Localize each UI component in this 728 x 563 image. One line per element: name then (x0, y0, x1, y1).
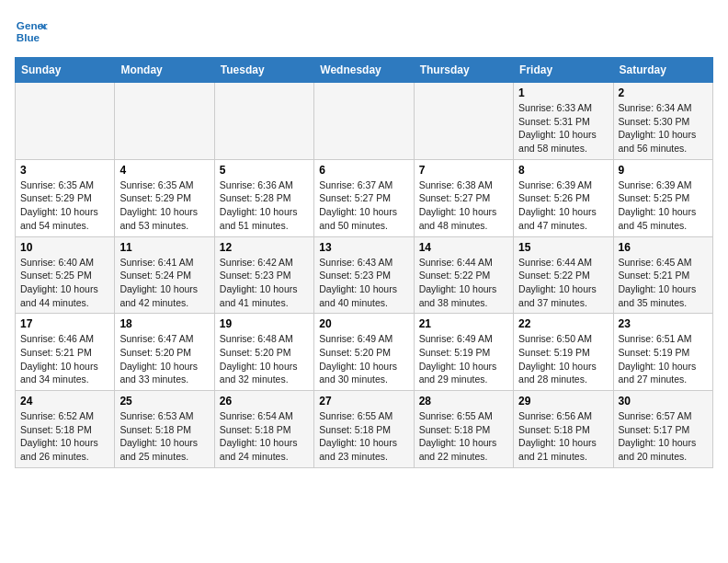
day-number: 25 (119, 395, 209, 408)
day-number: 1 (518, 86, 608, 99)
day-info: Sunrise: 6:54 AMSunset: 5:18 PMDaylight:… (220, 409, 309, 464)
day-number: 8 (518, 164, 608, 177)
header-cell-friday: Friday (514, 58, 613, 83)
day-info: Sunrise: 6:55 AMSunset: 5:18 PMDaylight:… (419, 409, 508, 464)
header: General Blue (15, 15, 713, 48)
day-info: Sunrise: 6:36 AMSunset: 5:28 PMDaylight:… (220, 178, 309, 233)
day-cell (314, 83, 414, 160)
day-number: 4 (119, 164, 209, 177)
header-cell-saturday: Saturday (613, 58, 712, 83)
day-info: Sunrise: 6:56 AMSunset: 5:18 PMDaylight:… (518, 409, 608, 464)
week-row-2: 3Sunrise: 6:35 AMSunset: 5:29 PMDaylight… (16, 159, 713, 236)
day-cell: 22Sunrise: 6:50 AMSunset: 5:19 PMDayligh… (514, 314, 613, 391)
day-number: 13 (319, 241, 408, 254)
day-cell: 27Sunrise: 6:55 AMSunset: 5:18 PMDayligh… (314, 391, 414, 468)
day-info: Sunrise: 6:42 AMSunset: 5:23 PMDaylight:… (220, 256, 309, 310)
day-number: 9 (619, 164, 708, 177)
day-number: 23 (619, 317, 708, 330)
day-cell: 4Sunrise: 6:35 AMSunset: 5:29 PMDaylight… (115, 159, 214, 236)
logo-icon: General Blue (15, 15, 48, 48)
week-row-5: 24Sunrise: 6:52 AMSunset: 5:18 PMDayligh… (16, 391, 713, 468)
day-number: 20 (319, 317, 408, 330)
day-cell (214, 83, 313, 160)
week-row-3: 10Sunrise: 6:40 AMSunset: 5:25 PMDayligh… (16, 236, 713, 314)
day-cell: 15Sunrise: 6:44 AMSunset: 5:22 PMDayligh… (514, 236, 613, 314)
day-info: Sunrise: 6:33 AMSunset: 5:31 PMDaylight:… (518, 101, 608, 155)
day-cell: 5Sunrise: 6:36 AMSunset: 5:28 PMDaylight… (214, 159, 313, 236)
day-info: Sunrise: 6:49 AMSunset: 5:20 PMDaylight:… (319, 332, 408, 386)
day-number: 7 (419, 164, 508, 177)
day-info: Sunrise: 6:35 AMSunset: 5:29 PMDaylight:… (119, 178, 209, 233)
day-cell: 3Sunrise: 6:35 AMSunset: 5:29 PMDaylight… (16, 159, 115, 236)
day-cell: 12Sunrise: 6:42 AMSunset: 5:23 PMDayligh… (214, 236, 313, 314)
day-number: 10 (20, 241, 109, 254)
day-info: Sunrise: 6:44 AMSunset: 5:22 PMDaylight:… (419, 256, 508, 310)
day-number: 18 (119, 317, 209, 330)
day-cell: 14Sunrise: 6:44 AMSunset: 5:22 PMDayligh… (414, 236, 513, 314)
week-row-4: 17Sunrise: 6:46 AMSunset: 5:21 PMDayligh… (16, 314, 713, 391)
day-cell: 6Sunrise: 6:37 AMSunset: 5:27 PMDaylight… (314, 159, 414, 236)
day-info: Sunrise: 6:49 AMSunset: 5:19 PMDaylight:… (419, 332, 508, 386)
day-number: 30 (619, 395, 708, 408)
header-cell-monday: Monday (115, 58, 214, 83)
day-info: Sunrise: 6:41 AMSunset: 5:24 PMDaylight:… (119, 256, 209, 310)
day-info: Sunrise: 6:48 AMSunset: 5:20 PMDaylight:… (220, 332, 309, 386)
day-number: 28 (419, 395, 508, 408)
header-cell-wednesday: Wednesday (314, 58, 414, 83)
day-cell: 13Sunrise: 6:43 AMSunset: 5:23 PMDayligh… (314, 236, 414, 314)
day-info: Sunrise: 6:34 AMSunset: 5:30 PMDaylight:… (619, 101, 708, 155)
day-cell: 1Sunrise: 6:33 AMSunset: 5:31 PMDaylight… (514, 83, 613, 160)
day-cell: 18Sunrise: 6:47 AMSunset: 5:20 PMDayligh… (115, 314, 214, 391)
day-cell: 28Sunrise: 6:55 AMSunset: 5:18 PMDayligh… (414, 391, 513, 468)
day-number: 11 (119, 241, 209, 254)
day-number: 6 (319, 164, 408, 177)
day-info: Sunrise: 6:39 AMSunset: 5:25 PMDaylight:… (619, 178, 708, 233)
day-info: Sunrise: 6:50 AMSunset: 5:19 PMDaylight:… (518, 332, 608, 386)
day-number: 27 (319, 395, 408, 408)
day-cell: 2Sunrise: 6:34 AMSunset: 5:30 PMDaylight… (613, 83, 712, 160)
day-cell (16, 83, 115, 160)
day-number: 21 (419, 317, 508, 330)
day-number: 22 (518, 317, 608, 330)
day-info: Sunrise: 6:35 AMSunset: 5:29 PMDaylight:… (20, 178, 109, 233)
header-cell-tuesday: Tuesday (214, 58, 313, 83)
day-cell: 8Sunrise: 6:39 AMSunset: 5:26 PMDaylight… (514, 159, 613, 236)
day-cell: 9Sunrise: 6:39 AMSunset: 5:25 PMDaylight… (613, 159, 712, 236)
day-cell: 25Sunrise: 6:53 AMSunset: 5:18 PMDayligh… (115, 391, 214, 468)
day-cell (414, 83, 513, 160)
day-number: 26 (220, 395, 309, 408)
day-number: 17 (20, 317, 109, 330)
day-info: Sunrise: 6:52 AMSunset: 5:18 PMDaylight:… (20, 409, 109, 464)
day-cell: 19Sunrise: 6:48 AMSunset: 5:20 PMDayligh… (214, 314, 313, 391)
day-number: 5 (220, 164, 309, 177)
logo: General Blue (15, 15, 51, 48)
day-number: 15 (518, 241, 608, 254)
calendar-table: SundayMondayTuesdayWednesdayThursdayFrid… (15, 57, 713, 468)
week-row-1: 1Sunrise: 6:33 AMSunset: 5:31 PMDaylight… (16, 83, 713, 160)
day-number: 12 (220, 241, 309, 254)
day-number: 24 (20, 395, 109, 408)
day-info: Sunrise: 6:57 AMSunset: 5:17 PMDaylight:… (619, 409, 708, 464)
day-number: 14 (419, 241, 508, 254)
day-info: Sunrise: 6:51 AMSunset: 5:19 PMDaylight:… (619, 332, 708, 386)
header-cell-thursday: Thursday (414, 58, 513, 83)
day-number: 2 (619, 86, 708, 99)
day-info: Sunrise: 6:45 AMSunset: 5:21 PMDaylight:… (619, 256, 708, 310)
header-cell-sunday: Sunday (16, 58, 115, 83)
day-cell (115, 83, 214, 160)
day-info: Sunrise: 6:53 AMSunset: 5:18 PMDaylight:… (119, 409, 209, 464)
day-info: Sunrise: 6:43 AMSunset: 5:23 PMDaylight:… (319, 256, 408, 310)
day-cell: 29Sunrise: 6:56 AMSunset: 5:18 PMDayligh… (514, 391, 613, 468)
day-number: 3 (20, 164, 109, 177)
day-info: Sunrise: 6:40 AMSunset: 5:25 PMDaylight:… (20, 256, 109, 310)
day-cell: 26Sunrise: 6:54 AMSunset: 5:18 PMDayligh… (214, 391, 313, 468)
day-number: 16 (619, 241, 708, 254)
day-cell: 23Sunrise: 6:51 AMSunset: 5:19 PMDayligh… (613, 314, 712, 391)
day-cell: 24Sunrise: 6:52 AMSunset: 5:18 PMDayligh… (16, 391, 115, 468)
day-cell: 30Sunrise: 6:57 AMSunset: 5:17 PMDayligh… (613, 391, 712, 468)
day-number: 29 (518, 395, 608, 408)
day-info: Sunrise: 6:44 AMSunset: 5:22 PMDaylight:… (518, 256, 608, 310)
svg-text:Blue: Blue (17, 31, 40, 43)
header-row: SundayMondayTuesdayWednesdayThursdayFrid… (16, 58, 713, 83)
day-cell: 16Sunrise: 6:45 AMSunset: 5:21 PMDayligh… (613, 236, 712, 314)
